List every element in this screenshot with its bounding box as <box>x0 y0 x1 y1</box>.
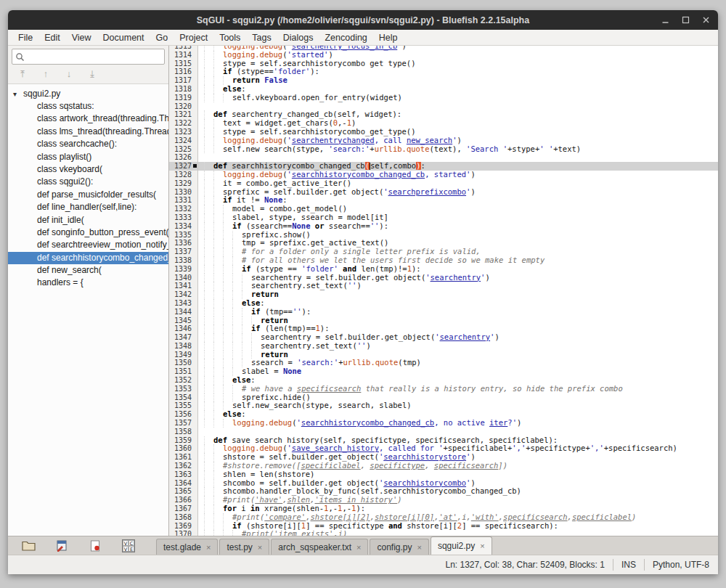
code-line[interactable]: 1364shcombo = self.builder.get_object('s… <box>169 479 718 488</box>
code-line[interactable]: 1343else: <box>169 299 718 308</box>
tab-test-py[interactable]: test.py× <box>219 539 269 555</box>
tree-item[interactable]: class searchcache(): <box>8 138 168 150</box>
menu-view[interactable]: View <box>66 33 97 43</box>
code-line[interactable]: 1319self.vkeyboard.open_for_entry(widget… <box>169 94 718 102</box>
code-line[interactable]: 1370#print('item exists',i) <box>169 530 718 536</box>
code-line[interactable]: 1332model = combo.get_model() <box>169 205 718 213</box>
tab-close-icon[interactable]: × <box>356 543 361 552</box>
tab-test-glade[interactable]: test.glade× <box>156 539 218 555</box>
code-line[interactable]: 1352else: <box>169 376 718 385</box>
tree-item[interactable]: handlers = { <box>8 277 168 289</box>
menu-project[interactable]: Project <box>174 33 213 43</box>
code-line[interactable]: 1359def save_search_history(self, specif… <box>169 436 718 445</box>
tree-item[interactable]: class sqgui2(): <box>8 176 168 188</box>
tree-item[interactable]: class sqstatus: <box>8 100 168 113</box>
code-line[interactable]: 1361shstore = self.builder.get_object('s… <box>169 453 718 462</box>
code-line[interactable]: 1324logging.debug('searchentrychanged, c… <box>169 136 718 145</box>
code-line[interactable]: 1349return <box>169 351 718 359</box>
menu-tools[interactable]: Tools <box>213 33 246 43</box>
code-line[interactable]: 1366#print('have',shlen,'items in histor… <box>169 496 718 505</box>
code-line[interactable]: 1325self.new_search(stype, 'search:'+url… <box>169 145 718 154</box>
code-line[interactable]: 1331if it != None: <box>169 196 718 205</box>
tree-item[interactable]: def searchhistorycombo_changed_cb( <box>8 252 168 264</box>
code-line[interactable]: 1334if (ssearch==None or ssearch==''): <box>169 222 718 231</box>
menu-dialogs[interactable]: Dialogs <box>277 33 319 43</box>
code-line[interactable]: 1369if (shstore[i][1] == specifictype an… <box>169 522 718 531</box>
code-line[interactable]: 1335sprefixc.show() <box>169 231 718 240</box>
code-line[interactable]: 1314logging.debug('started') <box>169 51 718 60</box>
tab-close-icon[interactable]: × <box>206 543 211 552</box>
tree-item[interactable]: def parse_musicfolder_results( <box>8 189 168 201</box>
tree-item[interactable]: class artwork_thread(threading.Thread <box>8 113 168 125</box>
code-line[interactable]: 1347searchentry = self.builder.get_objec… <box>169 333 718 342</box>
code-line[interactable]: 1355self.new_search(stype, ssearch, slab… <box>169 401 718 410</box>
code-line[interactable]: 1367for i in xrange(shlen-1,-1,-1): <box>169 505 718 513</box>
search-box[interactable] <box>12 49 165 65</box>
code-line[interactable]: 1333slabel, stype, ssearch = model[it] <box>169 213 718 222</box>
tab-close-icon[interactable]: × <box>417 543 421 552</box>
code-line[interactable]: 1315stype = self.searchhistorycombo_get_… <box>169 60 718 68</box>
tree-item[interactable]: def init_idle( <box>8 214 168 226</box>
menu-help[interactable]: Help <box>373 33 404 43</box>
close-icon[interactable] <box>701 15 711 25</box>
maximize-icon[interactable] <box>681 15 690 25</box>
code-line[interactable]: 1358 <box>169 428 718 436</box>
code-line[interactable]: 1353# we have a specificsearch that real… <box>169 385 718 393</box>
code-line[interactable]: 1356else: <box>169 410 718 419</box>
tree-item[interactable]: class playlist() <box>8 151 168 163</box>
code-line[interactable]: 1317return False <box>169 76 718 85</box>
code-line[interactable]: 1365shcombo.handler_block_by_func(self.s… <box>169 487 718 496</box>
charmap-icon[interactable]: VCVE <box>120 539 137 553</box>
menu-file[interactable]: File <box>12 33 38 43</box>
code-line[interactable]: 1330sprefixc = self.builder.get_object('… <box>169 188 718 197</box>
titlebar[interactable]: SqGUI - sqgui2.py (/home2/olivier/sqgui/… <box>8 10 718 30</box>
code-line[interactable]: 1323stype = self.searchhistorycombo_get_… <box>169 128 718 136</box>
code-line[interactable]: 1320 <box>169 102 718 111</box>
code-line[interactable]: 1341searchentry.set_text('') <box>169 282 718 290</box>
tree-root[interactable]: ▾sqgui2.py <box>8 87 168 100</box>
code-line[interactable]: 1316if (stype=='folder'): <box>169 68 718 76</box>
tab-arch-sqspeaker-txt[interactable]: arch_sqspeaker.txt× <box>271 539 368 555</box>
search-input[interactable] <box>28 52 161 62</box>
tree-item[interactable]: class lms_thread(threading.Thread): <box>8 126 168 138</box>
code-line[interactable]: 1357logging.debug('searchhistorycombo_ch… <box>169 419 718 428</box>
code-line[interactable]: 1326 <box>169 153 718 162</box>
code-line[interactable]: 1322text = widget.get_chars(0,-1) <box>169 119 718 128</box>
code-line[interactable]: 1339if (stype == 'folder' and len(tmp)!=… <box>169 265 718 274</box>
first-result-icon[interactable]: ⤒ <box>15 68 30 80</box>
code-line[interactable]: 1348searchentry.set_text('') <box>169 342 718 351</box>
expander-icon[interactable]: ▾ <box>13 88 23 101</box>
tree-item[interactable]: def new_search( <box>8 264 168 277</box>
code-line[interactable]: 1340searchentry = self.builder.get_objec… <box>169 274 718 282</box>
last-result-icon[interactable]: ⤓ <box>85 68 99 80</box>
menu-zencoding[interactable]: Zencoding <box>319 33 372 43</box>
menu-document[interactable]: Document <box>97 33 150 43</box>
code-line[interactable]: 1313logging.debug('searchentry_focus_in_… <box>169 46 718 51</box>
snippets-icon[interactable] <box>86 539 104 553</box>
menu-edit[interactable]: Edit <box>38 33 66 43</box>
bookmarks-icon[interactable] <box>53 539 70 553</box>
menu-tags[interactable]: Tags <box>246 33 277 43</box>
code-line[interactable]: 1328logging.debug('searchhistorycombo_ch… <box>169 171 718 179</box>
minimize-icon[interactable] <box>661 15 670 25</box>
code-line[interactable]: 1362#shstore.remove([specificlabel, spec… <box>169 462 718 470</box>
tab-close-icon[interactable]: × <box>258 543 262 552</box>
previous-result-icon[interactable]: ↑ <box>38 68 53 80</box>
code-line[interactable]: 1345return <box>169 317 718 325</box>
code-line[interactable]: 1354sprefixc.hide() <box>169 393 718 402</box>
code-line[interactable]: 1346if (len(tmp)==1): <box>169 324 718 333</box>
code-line[interactable]: 1327def searchhistorycombo_changed_cb(se… <box>169 162 718 171</box>
code-line[interactable]: 1342return <box>169 290 718 299</box>
tree-item[interactable]: class vkeyboard( <box>8 163 168 176</box>
code-line[interactable]: 1351slabel = None <box>169 367 718 376</box>
tree-item[interactable]: def searchtreeview_motion_notify_eve <box>8 239 168 251</box>
next-result-icon[interactable]: ↓ <box>62 68 76 80</box>
tab-close-icon[interactable]: × <box>480 542 484 550</box>
tree-item[interactable]: def songinfo_button_press_event(self, <box>8 226 168 239</box>
code-line[interactable]: 1336tmp = sprefixc.get_active_text() <box>169 239 718 248</box>
code-line[interactable]: 1368#print('compare',shstore[i][2],shsto… <box>169 513 718 522</box>
code-line[interactable]: 1338# for all others we let the users fi… <box>169 256 718 265</box>
code-line[interactable]: 1329it = combo.get_active_iter() <box>169 179 718 188</box>
editor[interactable]: 1313logging.debug('searchentry_focus_in_… <box>169 46 718 536</box>
code-line[interactable]: 1318else: <box>169 85 718 94</box>
